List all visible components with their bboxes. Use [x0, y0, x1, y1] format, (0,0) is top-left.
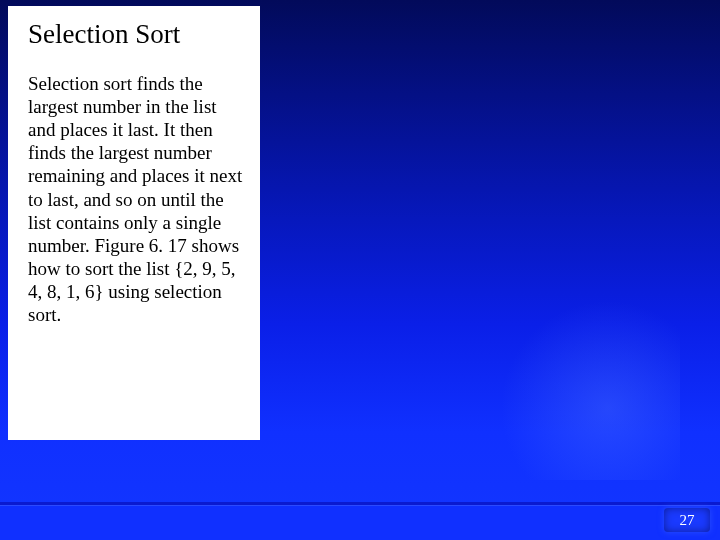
page-badge: 27 [664, 508, 710, 532]
slide: Selection Sort Selection sort finds the … [0, 0, 720, 540]
decorative-glow [500, 300, 680, 480]
slide-body-text: Selection sort finds the largest number … [28, 72, 246, 327]
footer: 27 [0, 506, 720, 540]
page-number: 27 [680, 512, 695, 529]
slide-title: Selection Sort [28, 20, 246, 50]
content-panel: Selection Sort Selection sort finds the … [8, 6, 260, 440]
